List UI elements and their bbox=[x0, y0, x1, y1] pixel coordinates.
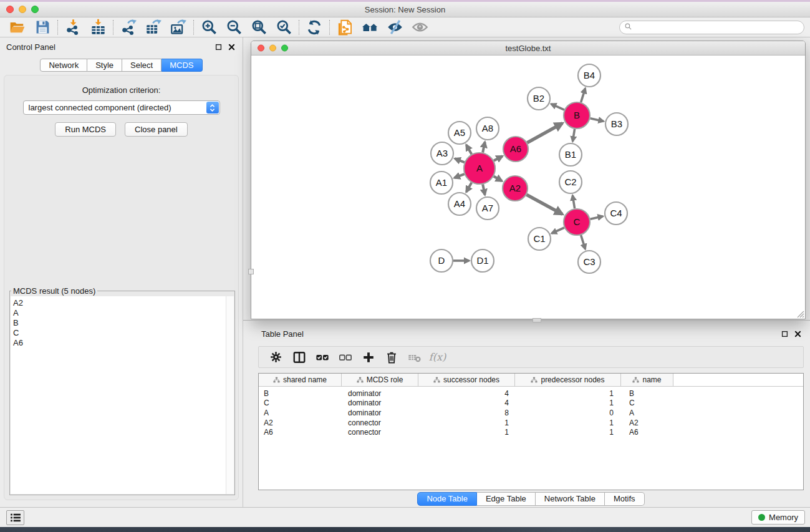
graph-node-D[interactable]: D bbox=[430, 249, 453, 272]
gear-icon[interactable] bbox=[264, 348, 287, 367]
graph-node-B[interactable]: B bbox=[564, 102, 590, 128]
export-network-icon[interactable] bbox=[116, 18, 141, 37]
column-header-successor-nodes[interactable]: successor nodes bbox=[418, 374, 515, 386]
tab-network-table[interactable]: Network Table bbox=[536, 492, 605, 506]
edge-A-A3[interactable] bbox=[455, 158, 465, 162]
delete-column-icon[interactable] bbox=[380, 348, 403, 367]
close-panel-button[interactable]: Close panel bbox=[125, 122, 188, 137]
edge-B-B1[interactable] bbox=[572, 129, 574, 142]
search-box[interactable] bbox=[619, 21, 804, 34]
float-table-panel-icon[interactable] bbox=[781, 331, 788, 337]
hide-details-eye-icon[interactable] bbox=[382, 18, 407, 37]
tab-edge-table[interactable]: Edge Table bbox=[477, 492, 536, 506]
float-panel-icon[interactable] bbox=[215, 44, 222, 51]
edge-A-A4[interactable] bbox=[466, 183, 472, 192]
zoom-out-icon[interactable] bbox=[221, 18, 246, 37]
tab-motifs[interactable]: Motifs bbox=[605, 492, 645, 506]
table-row[interactable]: Adominator80A bbox=[259, 408, 803, 418]
close-table-panel-icon[interactable] bbox=[794, 331, 801, 337]
horizontal-splitter[interactable] bbox=[243, 320, 810, 321]
zoom-window-button[interactable] bbox=[31, 6, 39, 13]
result-item[interactable]: B bbox=[11, 318, 226, 328]
result-item[interactable]: A2 bbox=[11, 298, 226, 308]
graph-node-B4[interactable]: B4 bbox=[578, 64, 600, 87]
minimize-window-button[interactable] bbox=[19, 6, 26, 13]
edge-A6-B[interactable] bbox=[527, 123, 562, 143]
result-scrollbar[interactable] bbox=[226, 296, 234, 494]
import-table-icon[interactable] bbox=[85, 18, 110, 37]
edge-A-A8[interactable] bbox=[483, 142, 485, 153]
close-panel-icon[interactable] bbox=[228, 44, 235, 51]
graph-node-A4[interactable]: A4 bbox=[448, 193, 471, 215]
zoom-selected-icon[interactable] bbox=[271, 18, 296, 37]
table-row[interactable]: A6connector11A6 bbox=[259, 427, 803, 437]
close-window-button[interactable] bbox=[6, 6, 14, 13]
graph-node-A6[interactable]: A6 bbox=[503, 137, 528, 162]
edge-B-B3[interactable] bbox=[591, 118, 604, 122]
graph-node-C2[interactable]: C2 bbox=[559, 171, 582, 193]
criterion-select[interactable]: largest connected component (directed) bbox=[23, 100, 220, 115]
edge-C-C2[interactable] bbox=[572, 195, 574, 208]
split-view-icon[interactable] bbox=[287, 348, 311, 367]
result-item[interactable]: C bbox=[11, 328, 226, 338]
zoom-fit-icon[interactable] bbox=[246, 18, 271, 37]
minimize-network-button[interactable] bbox=[269, 45, 276, 52]
tab-style[interactable]: Style bbox=[87, 59, 122, 72]
zoom-network-button[interactable] bbox=[281, 45, 288, 52]
run-mcds-button[interactable]: Run MCDS bbox=[55, 122, 116, 137]
table-row[interactable]: Bdominator41B bbox=[259, 389, 803, 399]
result-item[interactable]: A bbox=[11, 308, 226, 318]
graph-node-A3[interactable]: A3 bbox=[431, 142, 453, 165]
graph-node-A1[interactable]: A1 bbox=[430, 172, 453, 194]
table-row[interactable]: A2connector11A2 bbox=[259, 418, 803, 428]
network-canvas-area[interactable]: AA1A2A3A4A5A6A7A8BB1B2B3B4CC1C2C3C4DD1 bbox=[251, 56, 805, 319]
result-item[interactable]: A6 bbox=[11, 338, 226, 348]
network-canvas[interactable]: AA1A2A3A4A5A6A7A8BB1B2B3B4CC1C2C3C4DD1 bbox=[251, 56, 805, 318]
graph-node-A7[interactable]: A7 bbox=[476, 197, 499, 220]
tab-network[interactable]: Network bbox=[40, 59, 87, 72]
graph-node-D1[interactable]: D1 bbox=[471, 249, 494, 272]
graph-node-B3[interactable]: B3 bbox=[605, 113, 628, 135]
panel-splitter-handle[interactable] bbox=[248, 269, 254, 274]
graph-node-C3[interactable]: C3 bbox=[578, 251, 600, 273]
save-icon[interactable] bbox=[30, 18, 55, 37]
network-file-icon[interactable] bbox=[332, 18, 357, 37]
edge-A2-C[interactable] bbox=[526, 195, 562, 214]
edge-C-C1[interactable] bbox=[552, 228, 564, 233]
show-details-eye-icon[interactable] bbox=[407, 18, 432, 37]
apply-layout-icon[interactable] bbox=[302, 18, 327, 37]
edge-C-C3[interactable] bbox=[581, 235, 586, 249]
column-header-name[interactable]: name bbox=[621, 374, 673, 386]
edge-A-A5[interactable] bbox=[466, 145, 472, 154]
zoom-in-icon[interactable] bbox=[196, 18, 221, 37]
edge-C-C4[interactable] bbox=[591, 216, 603, 220]
function-builder-icon[interactable]: f(x) bbox=[426, 348, 449, 367]
first-neighbors-icon[interactable] bbox=[357, 18, 382, 37]
import-network-icon[interactable] bbox=[60, 18, 85, 37]
resize-grip-icon[interactable] bbox=[796, 309, 804, 318]
select-all-icon[interactable] bbox=[311, 348, 334, 367]
open-folder-icon[interactable] bbox=[5, 18, 30, 37]
search-input[interactable] bbox=[635, 22, 804, 33]
column-header-shared-name[interactable]: shared name bbox=[259, 374, 342, 386]
graph-node-A8[interactable]: A8 bbox=[476, 117, 499, 140]
export-image-icon[interactable] bbox=[166, 18, 191, 37]
tab-select[interactable]: Select bbox=[122, 59, 162, 72]
column-header-mcds-role[interactable]: MCDS role bbox=[342, 374, 418, 386]
graph-node-C[interactable]: C bbox=[564, 209, 590, 235]
graph-node-C1[interactable]: C1 bbox=[528, 228, 551, 250]
edge-B-B2[interactable] bbox=[551, 104, 564, 110]
export-table-icon[interactable] bbox=[141, 18, 166, 37]
graph-node-B2[interactable]: B2 bbox=[528, 87, 550, 110]
memory-button[interactable]: Memory bbox=[751, 510, 805, 525]
graph-node-A5[interactable]: A5 bbox=[448, 122, 471, 144]
edge-A-A2[interactable] bbox=[494, 177, 502, 181]
splitter-grip-icon[interactable] bbox=[533, 318, 541, 322]
graph-node-A2[interactable]: A2 bbox=[503, 176, 528, 201]
column-header-predecessor-nodes[interactable]: predecessor nodes bbox=[515, 374, 621, 386]
delete-table-icon[interactable] bbox=[403, 348, 426, 367]
edge-B-B4[interactable] bbox=[581, 89, 586, 102]
graph-node-C4[interactable]: C4 bbox=[605, 202, 627, 225]
close-network-button[interactable] bbox=[258, 45, 264, 52]
table-row[interactable]: Cdominator41C bbox=[259, 399, 803, 409]
